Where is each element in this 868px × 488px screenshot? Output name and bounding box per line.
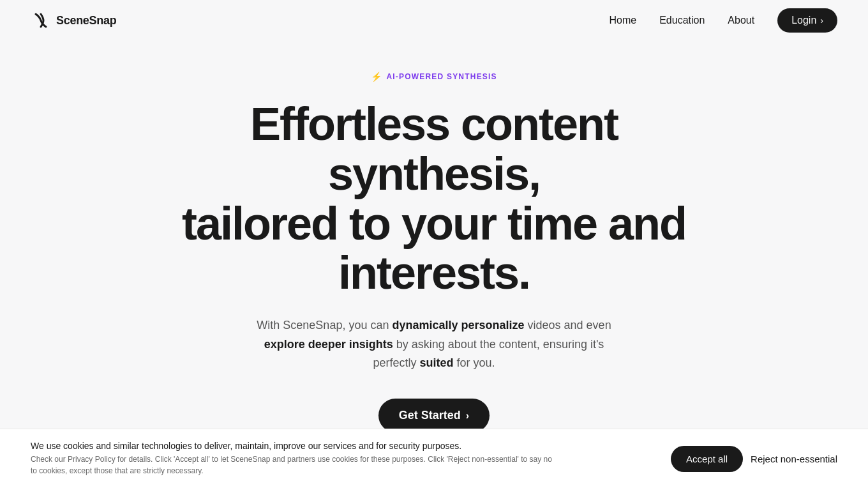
accept-cookies-button[interactable]: Accept all — [671, 446, 743, 472]
cookie-banner: We use cookies and similar technologies … — [0, 429, 868, 488]
get-started-button[interactable]: Get Started › — [378, 399, 490, 432]
nav-home[interactable]: Home — [610, 15, 637, 26]
hero-description: With SceneSnap, you can dynamically pers… — [243, 316, 625, 373]
hero-section: ⚡ AI-POWERED SYNTHESIS Effortless conten… — [0, 41, 868, 488]
nav-links: Home Education About Login › — [610, 8, 838, 33]
hero-title: Effortless content synthesis, tailored t… — [147, 100, 721, 298]
cookie-text-block: We use cookies and similar technologies … — [31, 441, 554, 477]
cookie-main-text: We use cookies and similar technologies … — [31, 441, 554, 451]
logo-icon — [31, 10, 51, 31]
lightning-icon: ⚡ — [371, 72, 382, 82]
logo-text: SceneSnap — [56, 14, 116, 27]
login-arrow-icon: › — [820, 15, 823, 26]
badge-text: AI-POWERED SYNTHESIS — [386, 72, 497, 81]
nav-about[interactable]: About — [728, 15, 754, 26]
reject-cookies-button[interactable]: Reject non-essential — [751, 454, 837, 464]
cookie-actions: Accept all Reject non-essential — [671, 446, 837, 472]
cta-arrow-icon: › — [466, 410, 469, 422]
navbar: SceneSnap Home Education About Login › — [0, 0, 868, 41]
login-button[interactable]: Login › — [777, 8, 837, 33]
cookie-sub-text: Check our Privacy Policy for details. Cl… — [31, 454, 554, 477]
logo-link[interactable]: SceneSnap — [31, 10, 116, 31]
badge: ⚡ AI-POWERED SYNTHESIS — [371, 72, 497, 82]
nav-education[interactable]: Education — [659, 15, 705, 26]
